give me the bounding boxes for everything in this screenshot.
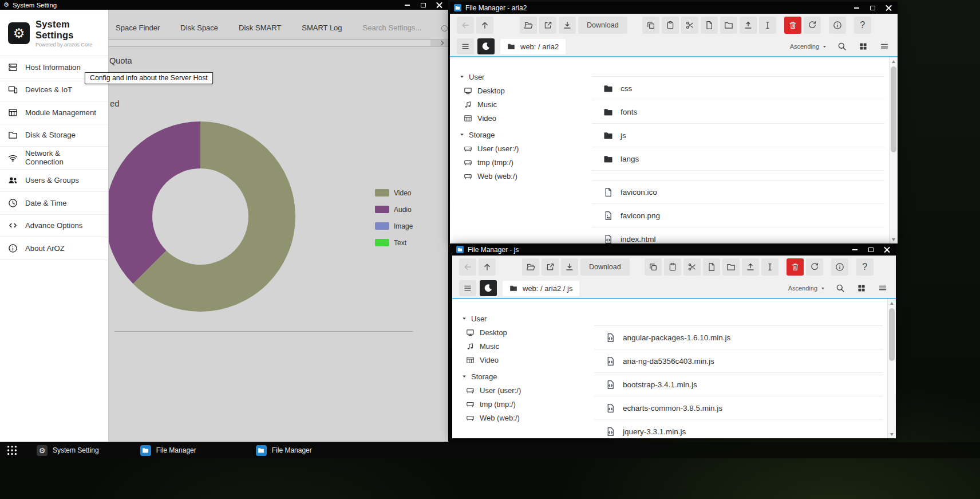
minimize-button[interactable] [399,0,415,10]
new-file-button[interactable] [703,258,720,276]
tree-item-desktop[interactable]: Desktop [461,325,594,339]
up-button[interactable] [479,258,496,276]
copy-button[interactable] [642,17,659,34]
copy-button[interactable] [645,258,662,276]
refresh-button[interactable] [804,17,821,34]
refresh-button[interactable] [806,258,823,276]
minimize-button[interactable] [847,243,863,256]
breadcrumb[interactable]: web: / aria2 / js [503,281,579,296]
maximize-button[interactable] [864,2,880,14]
menu-button[interactable] [457,38,474,54]
sort-dropdown[interactable]: Ascending [790,43,827,50]
tree-item-music[interactable]: Music [459,97,592,111]
tree-section-storage[interactable]: Storage [459,128,592,142]
tree-item-tmp-drive[interactable]: tmp (tmp:/) [459,155,592,169]
download-icon-button[interactable] [559,17,576,34]
tab-space-finder[interactable]: Space Finder [116,23,160,32]
tree-item-music[interactable]: Music [461,339,594,353]
theme-toggle-button[interactable] [477,38,495,54]
delete-button[interactable] [787,258,804,276]
list-view-button[interactable] [876,282,889,294]
upload-button[interactable] [742,258,759,276]
download-button[interactable]: Download [580,258,630,276]
file-row[interactable]: jquery-3.3.1.min.js [594,420,883,438]
tab-smart-log[interactable]: SMART Log [302,23,342,32]
maximize-button[interactable] [415,0,431,10]
tree-section-user[interactable]: User [459,70,592,84]
search-button[interactable] [836,40,848,53]
minimize-button[interactable] [848,2,864,14]
open-folder-button[interactable] [520,17,537,34]
file-row[interactable]: fonts [592,100,884,124]
search-button[interactable] [834,282,847,294]
cut-button[interactable] [683,258,701,276]
sidebar-item-date-time[interactable]: Date & Time [0,192,108,215]
fm-titlebar[interactable]: File Manager - js [452,243,896,256]
back-button[interactable] [457,17,474,34]
tree-section-user[interactable]: User [461,312,594,325]
tree-item-desktop[interactable]: Desktop [459,84,592,97]
settings-search-input[interactable] [363,23,443,32]
close-button[interactable] [879,243,895,256]
breadcrumb[interactable]: web: / aria2 [500,39,566,54]
tree-item-video[interactable]: Video [461,353,594,367]
tabs-horizontal-scrollbar[interactable] [109,39,448,47]
rename-button[interactable] [759,17,776,34]
tree-item-tmp-drive[interactable]: tmp (tmp:/) [461,397,594,411]
list-view-button[interactable] [878,40,891,53]
new-file-button[interactable] [701,17,718,34]
rename-button[interactable] [761,258,779,276]
taskbar-item-file-manager-1[interactable]: File Manager [140,445,196,456]
open-external-button[interactable] [542,258,559,276]
tree-item-web-drive[interactable]: Web (web:/) [461,411,594,425]
sidebar-item-advance-options[interactable]: Advance Options [0,215,108,238]
open-folder-button[interactable] [522,258,539,276]
file-row[interactable]: favicon.png [592,204,884,227]
settings-titlebar[interactable]: ⚙ System Setting [0,0,448,10]
up-button[interactable] [476,17,493,34]
taskbar-item-system-setting[interactable]: ⚙ System Setting [37,445,99,456]
file-row[interactable]: langs [592,147,884,171]
sort-dropdown[interactable]: Ascending [788,285,825,292]
scrollbar-thumb[interactable] [889,308,895,361]
file-row[interactable]: favicon.ico [592,180,884,204]
tab-disk-space[interactable]: Disk Space [180,23,218,32]
help-button[interactable]: ? [854,17,871,34]
tree-item-user-drive[interactable]: User (user:/) [459,142,592,155]
tree-item-web-drive[interactable]: Web (web:/) [459,169,592,183]
tree-item-video[interactable]: Video [459,111,592,125]
upload-button[interactable] [740,17,757,34]
maximize-button[interactable] [863,243,879,256]
file-row[interactable]: index.html [592,227,884,243]
tree-item-user-drive[interactable]: User (user:/) [461,383,594,397]
file-row[interactable]: echarts-common-3.8.5.min.js [594,396,883,420]
vertical-scrollbar[interactable] [887,299,896,438]
scroll-right-button[interactable] [436,40,448,46]
file-row[interactable]: aria-ng-da5356c403.min.js [594,349,883,373]
scrollbar-thumb[interactable] [891,66,896,152]
file-row[interactable]: js [592,124,884,147]
grid-view-button[interactable] [857,40,870,53]
sidebar-item-about-aroz[interactable]: About ArOZ [0,237,108,260]
sidebar-item-users-groups[interactable]: Users & Groups [0,170,108,192]
sidebar-item-module-management[interactable]: Module Management [0,101,108,124]
new-folder-button[interactable] [722,258,740,276]
scrollbar-thumb[interactable] [109,40,430,46]
scroll-up-button[interactable] [888,299,896,307]
help-button[interactable]: ? [856,258,874,276]
theme-toggle-button[interactable] [480,280,497,296]
file-row[interactable]: css [592,77,884,100]
close-button[interactable] [431,0,447,10]
open-external-button[interactable] [539,17,556,34]
close-button[interactable] [880,2,896,14]
download-button[interactable]: Download [578,17,627,34]
scroll-down-button[interactable] [888,430,896,438]
new-folder-button[interactable] [720,17,737,34]
delete-button[interactable] [784,17,801,34]
back-button[interactable] [459,258,476,276]
tree-section-storage[interactable]: Storage [461,370,594,383]
file-row[interactable]: angular-packages-1.6.10.min.js [594,326,883,349]
sidebar-item-network-connection[interactable]: Network & Connection [0,147,108,170]
taskbar-item-file-manager-2[interactable]: File Manager [256,445,312,456]
grid-view-button[interactable] [855,282,868,294]
